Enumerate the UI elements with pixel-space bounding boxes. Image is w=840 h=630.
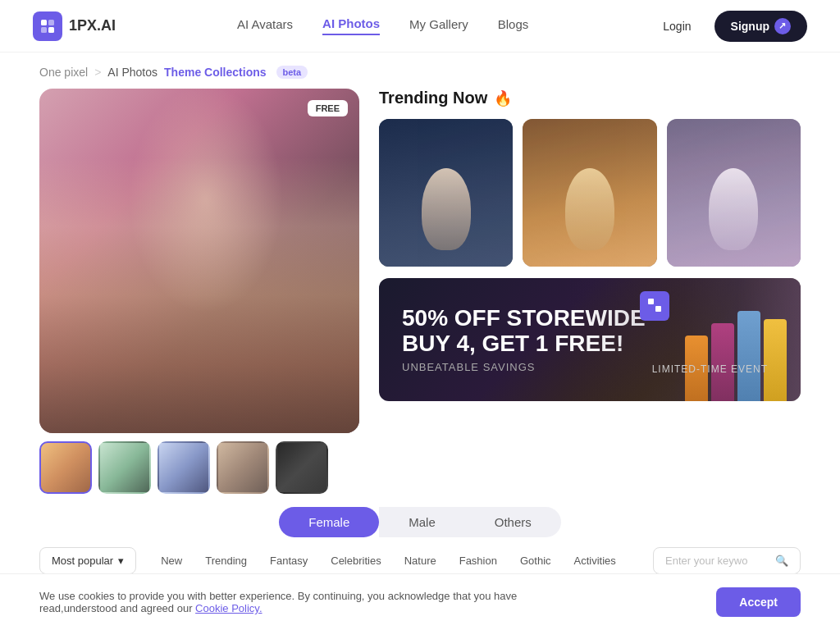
nav-my-gallery[interactable]: My Gallery <box>409 17 468 34</box>
thumbnail-5[interactable] <box>276 441 328 494</box>
cat-fantasy[interactable]: Fantasy <box>258 548 319 573</box>
breadcrumb-ai-photos[interactable]: AI Photos <box>107 66 158 79</box>
filter-tabs: Female Male Others <box>0 507 840 537</box>
promo-right: LIMITED-TIME EVENT <box>632 354 788 385</box>
cat-trending[interactable]: Trending <box>194 548 258 573</box>
trending-title: Trending Now <box>379 89 487 107</box>
logo[interactable]: 1PX.AI <box>33 11 116 41</box>
svg-rect-2 <box>41 27 47 33</box>
hero-person-overlay <box>39 89 359 433</box>
cat-gothic[interactable]: Gothic <box>509 548 563 573</box>
nav-ai-avatars[interactable]: AI Avatars <box>237 17 293 34</box>
svg-rect-1 <box>48 20 54 25</box>
trending-card-3[interactable] <box>667 119 801 267</box>
hero-image[interactable]: FREE <box>39 89 359 433</box>
sort-label: Most popular <box>52 555 113 567</box>
main-nav: AI Avatars AI Photos My Gallery Blogs <box>237 16 528 35</box>
logo-icon <box>33 11 62 41</box>
trending-header: Trending Now 🔥 <box>379 89 801 107</box>
thumbnail-1[interactable] <box>39 441 92 494</box>
search-bar[interactable]: Enter your keywo 🔍 <box>653 547 801 574</box>
filter-male[interactable]: Male <box>379 507 465 537</box>
login-button[interactable]: Login <box>650 13 704 39</box>
cat-celebrities[interactable]: Celebrities <box>319 548 392 573</box>
search-placeholder: Enter your keywo <box>665 555 769 567</box>
brand-mark <box>640 291 669 321</box>
right-panel: Trending Now 🔥 50% OFF <box>379 89 801 494</box>
main-content: FREE Trending Now 🔥 <box>0 89 840 494</box>
svg-rect-4 <box>648 299 654 304</box>
header: 1PX.AI AI Avatars AI Photos My Gallery B… <box>0 0 840 52</box>
beta-badge: beta <box>276 66 308 79</box>
breadcrumb-separator: > <box>94 66 101 79</box>
filter-female[interactable]: Female <box>279 507 379 537</box>
cat-fashion[interactable]: Fashion <box>448 548 509 573</box>
signup-button[interactable]: Signup ↗ <box>714 11 807 42</box>
nav-ai-photos[interactable]: AI Photos <box>322 16 380 35</box>
sort-dropdown[interactable]: Most popular ▾ <box>39 547 136 574</box>
trending-card-1[interactable] <box>379 119 513 267</box>
search-icon: 🔍 <box>775 555 788 567</box>
fire-icon: 🔥 <box>494 89 512 107</box>
svg-rect-0 <box>41 20 47 25</box>
thumbnail-3[interactable] <box>158 441 210 494</box>
logo-text: 1PX.AI <box>69 17 116 34</box>
cat-new[interactable]: New <box>149 548 194 573</box>
breadcrumb-current: Theme Collections <box>164 66 266 79</box>
nav-blogs[interactable]: Blogs <box>498 17 529 34</box>
bottom-bar: Most popular ▾ New Trending Fantasy Cele… <box>0 537 840 574</box>
trending-grid <box>379 119 801 267</box>
cat-activities[interactable]: Activities <box>563 548 628 573</box>
free-badge: FREE <box>308 100 348 116</box>
trending-card-2[interactable] <box>523 119 656 267</box>
breadcrumb-root[interactable]: One pixel <box>39 66 88 79</box>
cookie-policy-link[interactable]: Cookie Policy. <box>195 602 262 614</box>
cat-nature[interactable]: Nature <box>393 548 448 573</box>
accept-button[interactable]: Accept <box>716 587 801 617</box>
breadcrumb: One pixel > AI Photos Theme Collections … <box>0 52 840 89</box>
category-tabs: New Trending Fantasy Celebrities Nature … <box>149 548 653 573</box>
hero-panel: FREE <box>39 89 359 494</box>
promo-banner[interactable]: 50% OFF STOREWIDE BUY 4, GET 1 FREE! UNB… <box>379 278 801 401</box>
svg-rect-3 <box>48 27 54 33</box>
sort-arrow-icon: ▾ <box>118 555 124 567</box>
promo-event: LIMITED-TIME EVENT <box>652 363 768 375</box>
cookie-text: We use cookies to provide you with bette… <box>39 590 597 614</box>
thumbnail-4[interactable] <box>217 441 269 494</box>
filter-others[interactable]: Others <box>465 507 561 537</box>
auth-area: Login Signup ↗ <box>650 11 807 42</box>
signup-arrow-icon: ↗ <box>774 18 791 34</box>
thumbnail-2[interactable] <box>98 441 151 494</box>
thumbnail-strip <box>39 441 359 494</box>
cookie-banner: We use cookies to provide you with bette… <box>0 573 840 630</box>
svg-rect-5 <box>655 306 661 312</box>
